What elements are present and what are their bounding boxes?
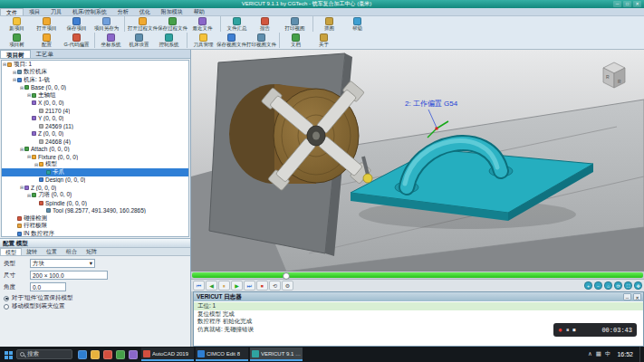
ribbon-button[interactable]: 项目另存为 — [91, 16, 121, 32]
ribbon-tab[interactable]: 附加模块 — [156, 8, 188, 15]
tree-node[interactable]: ⊟ Fixture (0, 0, 0) — [2, 153, 188, 161]
log-minimize-button[interactable]: ─ — [623, 293, 631, 300]
tree-node[interactable]: ⊟ Attach (0, 0, 0) — [2, 146, 188, 154]
tray-icon[interactable]: ∧ — [588, 350, 592, 358]
machine-viewport[interactable]: 2: 工作偏置 G54 R R — [191, 50, 644, 272]
tree-node[interactable]: ⊟ 数控机床 — [2, 69, 188, 77]
ribbon-button[interactable]: 抓图 — [312, 16, 342, 32]
ribbon-tab[interactable]: 项目 — [24, 8, 45, 15]
tree-node[interactable]: IN 数控程序 — [2, 230, 188, 237]
maximize-button[interactable]: □ — [623, 1, 631, 7]
model-type-select[interactable]: 方块 ▾ — [30, 259, 95, 268]
ribbon-button[interactable]: 文件汇总 — [220, 16, 250, 32]
orientation-cube[interactable]: R R — [603, 62, 625, 88]
quick-launch-icon[interactable] — [116, 350, 125, 359]
ribbon-button[interactable]: 报告 — [250, 16, 280, 32]
log-close-button[interactable]: ✕ — [633, 293, 641, 300]
ribbon-tab[interactable]: 帮助 — [188, 8, 210, 15]
config-tab[interactable]: 模型 — [0, 248, 22, 255]
transport-button[interactable]: ◀ — [206, 281, 217, 291]
size-input[interactable] — [30, 271, 108, 280]
minimize-button[interactable]: ─ — [613, 1, 621, 7]
close-button[interactable]: ✕ — [633, 1, 641, 7]
tree-node[interactable]: 碰撞检测 — [2, 214, 188, 223]
clock[interactable]: 16:52 — [614, 351, 636, 357]
tree-node[interactable]: ⊟ Base (0, 0, 0) — [2, 84, 188, 92]
panel-tab[interactable]: 项目树 — [0, 50, 31, 58]
config-tab[interactable]: 旋转 — [22, 248, 42, 255]
log-title-bar[interactable]: VERICUT 日志器 ─ ✕ — [194, 292, 643, 301]
taskbar-app-button[interactable]: AutoCAD 2019 — [141, 348, 194, 361]
config-tab[interactable]: 组合 — [62, 248, 82, 255]
tray-icon[interactable]: ▦ — [596, 350, 601, 358]
quick-launch-icon[interactable] — [91, 350, 100, 359]
transport-button[interactable]: ⟲ — [269, 281, 281, 291]
panel-tab[interactable]: 工艺单 — [31, 50, 60, 58]
ribbon-tab[interactable]: 文件 — [0, 8, 24, 15]
record-icon[interactable]: ● — [558, 323, 562, 337]
radio-option[interactable]: 对于'组件'位置保持模型 — [4, 294, 187, 302]
tree-node[interactable]: ⊟ 主轴组 — [2, 91, 188, 100]
tree-node[interactable]: 24668 (4) — [2, 138, 188, 146]
tree-node[interactable]: 卡爪 — [2, 168, 188, 176]
ribbon-button[interactable]: 打印视图 — [280, 16, 310, 32]
ribbon-button[interactable]: G-代码偏置 — [62, 33, 91, 48]
ribbon-tab[interactable]: 刀具 — [45, 8, 67, 15]
tree-node[interactable]: X (0, 0, 0) — [2, 100, 188, 108]
tree-node[interactable]: ⊟ 刀塔 (0, 0, 0) — [2, 192, 188, 200]
ribbon-tab[interactable]: 分析 — [112, 8, 134, 15]
view-button[interactable]: + — [584, 281, 592, 290]
view-button[interactable]: − — [594, 281, 602, 290]
ribbon-button[interactable]: 打开项目 — [32, 16, 62, 32]
ribbon-button[interactable]: 保存过程文件 — [158, 16, 187, 32]
view-button[interactable]: ⛶ — [624, 281, 632, 290]
ribbon-tab[interactable]: 优化 — [134, 8, 156, 15]
taskbar-app-button[interactable]: CIMCO Edit 8 — [196, 348, 248, 361]
ribbon-button[interactable]: 保存项目 — [62, 16, 91, 32]
quick-launch-icon[interactable] — [78, 350, 87, 359]
view-button[interactable]: ⟳ — [614, 281, 622, 290]
ribbon-button[interactable]: 机床设置 — [124, 33, 154, 48]
ribbon-button[interactable]: 文档 — [279, 33, 309, 48]
nc-progress-bar[interactable] — [191, 272, 644, 280]
tree-node[interactable]: Design (0, 0, 0) — [2, 176, 188, 185]
tray-icon[interactable]: 中 — [605, 350, 611, 358]
tree-node[interactable]: Z (0, 0, 0) — [2, 130, 188, 138]
transport-button[interactable]: ⏮ — [193, 281, 205, 291]
ribbon-button[interactable]: 新项目 — [2, 16, 32, 32]
show-desktop-button[interactable] — [639, 347, 642, 362]
quick-launch-icon[interactable] — [103, 350, 112, 359]
ribbon-button[interactable]: 帮助 — [342, 16, 372, 32]
view-button[interactable]: ✥ — [634, 281, 642, 290]
quick-launch-icon[interactable] — [129, 350, 138, 359]
ribbon-button[interactable]: 最近文件 — [187, 16, 217, 32]
radio-option[interactable]: 移动模型到装夹位置 — [4, 302, 187, 310]
taskbar-app-button[interactable]: VERICUT 9.1 by CGT... — [250, 348, 303, 361]
pause-icon[interactable]: ⏸ — [566, 323, 570, 337]
tree-node[interactable]: 24569 (11) — [2, 122, 188, 130]
ribbon-button[interactable]: 打开过程文件 — [124, 16, 158, 32]
ribbon-button[interactable]: 刀具管理 — [187, 33, 216, 48]
ribbon-button[interactable]: 配置 — [32, 33, 62, 48]
tree-node[interactable]: Tool (98.2577, 491.3490, 160.2865) — [2, 207, 188, 215]
tree-node[interactable]: ⊟ Z (0, 0, 0) — [2, 184, 188, 192]
tree-node[interactable]: ⊟ 机床: 1-铣 — [2, 76, 188, 84]
start-button[interactable] — [0, 349, 16, 359]
ribbon-button[interactable]: 保存视图文件 — [216, 33, 246, 48]
tree-node[interactable]: Spindle (0, 0, 0) — [2, 199, 188, 207]
transport-button[interactable]: ⚙ — [282, 281, 293, 291]
view-button[interactable]: ⌂ — [604, 281, 612, 290]
transport-button[interactable]: ⏭ — [244, 281, 255, 291]
config-tab[interactable]: 位置 — [42, 248, 62, 255]
transport-button[interactable]: ⏹ — [256, 281, 268, 291]
progress-knob[interactable] — [283, 272, 290, 280]
transport-button[interactable]: ⏸ — [218, 281, 230, 291]
angle-input[interactable] — [30, 282, 66, 291]
config-tab[interactable]: 矩阵 — [82, 248, 101, 255]
tree-node[interactable]: ⊟ 项目: 1 — [2, 61, 188, 69]
ribbon-tab[interactable]: 机床/控制系统 — [67, 8, 112, 15]
ribbon-button[interactable]: 坐标系统 — [94, 33, 124, 48]
ribbon-button[interactable]: 控制系统 — [154, 33, 184, 48]
tree-node[interactable]: 21170 (4) — [2, 107, 188, 115]
transport-button[interactable]: ▶ — [231, 281, 243, 291]
